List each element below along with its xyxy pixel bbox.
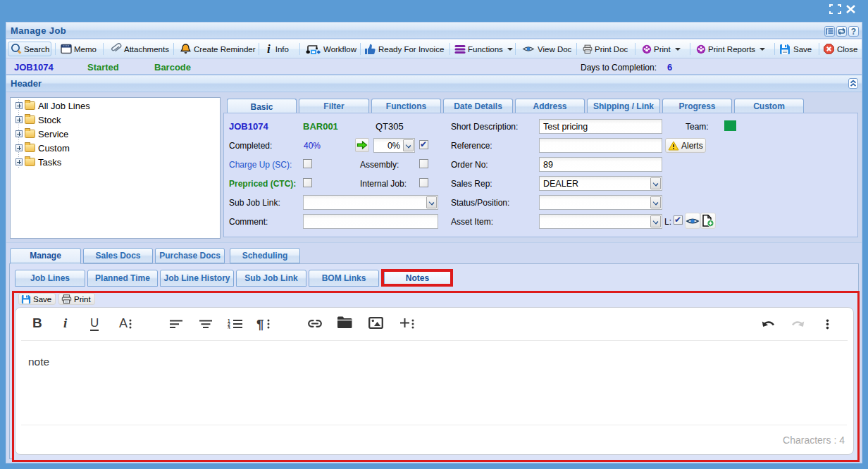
svg-text:3: 3	[228, 325, 230, 330]
